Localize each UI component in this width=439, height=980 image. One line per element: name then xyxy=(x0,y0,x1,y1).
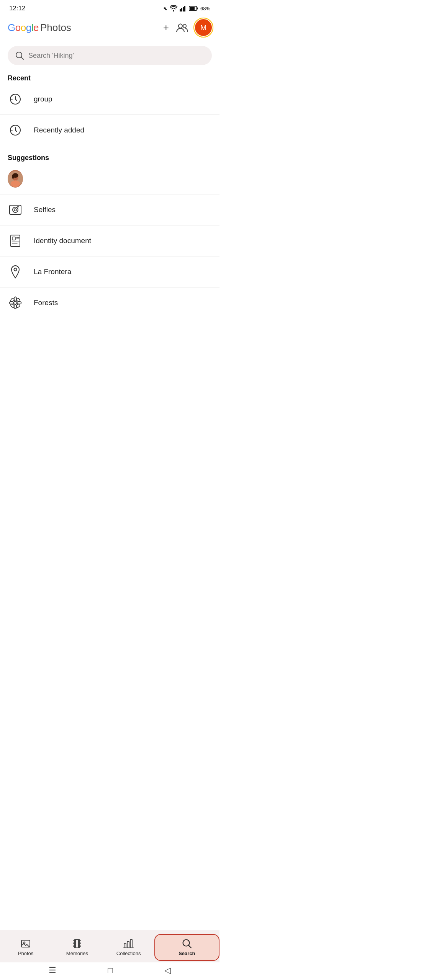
person-avatar-icon xyxy=(8,171,23,186)
svg-rect-1 xyxy=(181,8,182,11)
suggestion-forests-label: Forests xyxy=(34,299,58,307)
battery-percent: 68% xyxy=(200,6,210,11)
status-bar: 12:12 ⬉ 68% xyxy=(0,0,220,15)
svg-point-17 xyxy=(12,175,14,179)
suggestions-section: Suggestions xyxy=(0,151,220,318)
suggestion-item-person[interactable] xyxy=(0,163,220,194)
signal-icon xyxy=(180,5,187,11)
search-input[interactable] xyxy=(28,52,204,60)
svg-point-7 xyxy=(179,24,182,28)
svg-line-10 xyxy=(21,57,24,60)
svg-point-8 xyxy=(183,24,186,28)
svg-rect-22 xyxy=(17,206,19,207)
svg-rect-6 xyxy=(197,8,198,10)
suggestion-selfies-label: Selfies xyxy=(34,206,56,214)
add-button[interactable]: + xyxy=(163,22,169,34)
google-logo-text: Google xyxy=(8,22,39,34)
svg-point-9 xyxy=(16,52,22,58)
recent-item-recently-added[interactable]: Recently added xyxy=(0,115,220,145)
search-bar[interactable] xyxy=(8,46,212,65)
svg-point-29 xyxy=(14,268,17,271)
recent-section-title: Recent xyxy=(0,71,220,84)
search-bar-container[interactable] xyxy=(0,41,220,71)
user-avatar[interactable]: M xyxy=(195,19,212,36)
people-share-button[interactable] xyxy=(176,22,188,33)
svg-rect-0 xyxy=(180,9,181,11)
document-icon xyxy=(8,233,23,248)
app-header: Google Photos + M xyxy=(0,15,220,41)
svg-rect-19 xyxy=(10,205,21,214)
recent-item-recently-added-label: Recently added xyxy=(34,126,84,134)
svg-rect-24 xyxy=(12,237,15,240)
svg-rect-5 xyxy=(190,7,195,10)
search-bar-icon xyxy=(15,51,24,60)
suggestion-la-frontera-label: La Frontera xyxy=(34,268,71,276)
suggestion-item-identity-document[interactable]: Identity document xyxy=(0,225,220,256)
history-icon-2 xyxy=(8,122,23,138)
photos-logo-text: Photos xyxy=(40,22,71,34)
suggestions-section-title: Suggestions xyxy=(0,151,220,163)
suggestion-item-forests[interactable]: Forests xyxy=(0,287,220,318)
bluetooth-icon: ⬉ xyxy=(163,6,167,11)
history-icon xyxy=(8,91,23,107)
selfies-icon xyxy=(8,202,23,217)
status-icons: ⬉ 68% xyxy=(163,5,210,11)
location-icon xyxy=(8,264,23,279)
nature-icon xyxy=(8,295,23,310)
recent-item-group[interactable]: group xyxy=(0,84,220,115)
suggestion-item-selfies[interactable]: Selfies xyxy=(0,194,220,225)
status-time: 12:12 xyxy=(9,5,26,12)
svg-point-21 xyxy=(14,209,16,211)
battery-icon xyxy=(189,5,198,11)
header-actions: + M xyxy=(163,19,212,36)
recent-section: Recent group Recently added xyxy=(0,71,220,145)
suggestion-item-la-frontera[interactable]: La Frontera xyxy=(0,256,220,287)
recent-item-group-label: group xyxy=(34,95,52,103)
svg-point-18 xyxy=(11,180,20,187)
svg-point-30 xyxy=(14,301,17,304)
svg-point-20 xyxy=(13,207,18,212)
wifi-icon xyxy=(170,5,177,11)
svg-rect-2 xyxy=(183,7,184,11)
app-logo: Google Photos xyxy=(8,22,71,34)
svg-rect-3 xyxy=(184,6,185,11)
suggestion-identity-label: Identity document xyxy=(34,237,91,245)
